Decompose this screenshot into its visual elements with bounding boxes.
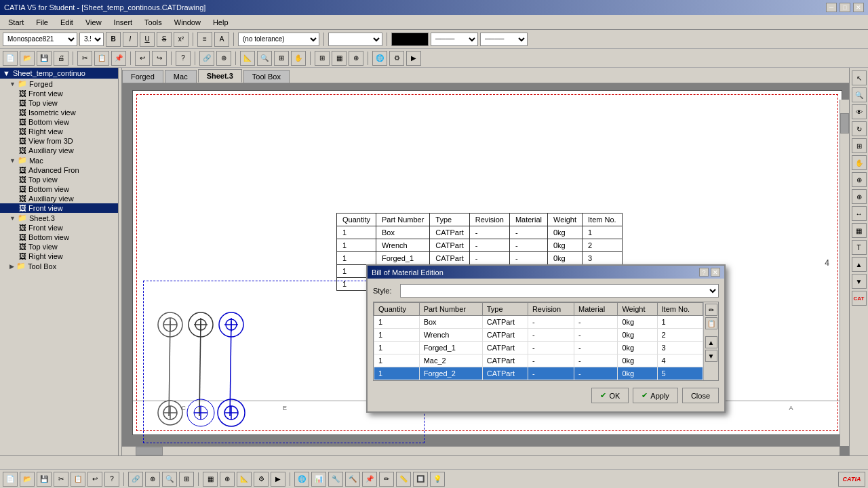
table-row[interactable]: 1 Box CATPart - - 0kg 1 [374, 316, 703, 329]
cut-button[interactable]: ✂ [77, 51, 92, 66]
bt19[interactable]: 🔧 [328, 472, 343, 487]
bt5[interactable]: 📋 [71, 472, 85, 487]
pan-button[interactable]: ✋ [291, 51, 306, 66]
tree-item-bottom-view-mac[interactable]: 🖼 Bottom view [0, 184, 118, 194]
bt13[interactable]: ⊕ [220, 472, 235, 487]
arrow-down-btn[interactable]: ▼ [852, 274, 867, 289]
settings-btn[interactable]: ⚙ [389, 51, 404, 66]
tree-item-right-view-forged[interactable]: 🖼 Right view [0, 127, 118, 136]
tree-item-top-view-sheet3[interactable]: 🖼 Top view [0, 242, 118, 251]
tree-item-forged[interactable]: ▼ 📁 Forged [0, 79, 118, 89]
bt22[interactable]: ✏ [379, 472, 394, 487]
zoom-in-btn[interactable]: 🔍 [852, 87, 867, 102]
bt25[interactable]: 💡 [430, 472, 445, 487]
bt1[interactable]: 📄 [3, 472, 18, 487]
tree-item-top-view-forged[interactable]: 🖼 Top view [0, 98, 118, 108]
bt15[interactable]: ⚙ [254, 472, 269, 487]
bt23[interactable]: 📏 [396, 472, 411, 487]
dialog-titlebar[interactable]: Bill of Material Edition ? ✕ [368, 266, 724, 279]
table-up-btn[interactable]: ▲ [705, 336, 717, 348]
arrow-up-btn[interactable]: ▲ [852, 257, 867, 272]
scrollbar-vertical[interactable] [840, 100, 849, 446]
measure-button[interactable]: 📐 [240, 51, 255, 66]
bt14[interactable]: 📐 [237, 472, 252, 487]
table-button[interactable]: ▦ [332, 51, 347, 66]
catia-brand-btn[interactable]: CATIA [838, 472, 865, 487]
catia-logo-btn[interactable]: CAT [852, 291, 867, 306]
tree-item-auxiliary-view-mac[interactable]: 🖼 Auxiliary view [0, 194, 118, 203]
dimension-btn[interactable]: ↔ [852, 206, 867, 221]
apply-button[interactable]: ✔ Apply [633, 388, 678, 403]
table-row[interactable]: 1 Wrench CATPart - - 0kg 2 [374, 329, 703, 342]
help-button[interactable]: ? [176, 51, 191, 66]
bt21[interactable]: 📌 [362, 472, 377, 487]
bt18[interactable]: 📊 [311, 472, 326, 487]
tree-item-view-from-3d[interactable]: 🖼 View from 3D [0, 136, 118, 146]
strikethrough-button[interactable]: S [157, 32, 172, 47]
bt20[interactable]: 🔨 [345, 472, 360, 487]
table-props-btn[interactable]: 📋 [705, 317, 717, 329]
text-style-button[interactable]: A [214, 32, 229, 47]
bt10[interactable]: 🔍 [162, 472, 177, 487]
print-button[interactable]: 🖨 [54, 51, 68, 66]
bt11[interactable]: ⊞ [179, 472, 194, 487]
undo-button[interactable]: ↩ [135, 51, 150, 66]
ok-button[interactable]: ✔ OK [591, 388, 629, 403]
align-left-button[interactable]: ≡ [197, 32, 212, 47]
new-button[interactable]: 📄 [3, 51, 18, 66]
menu-view[interactable]: View [80, 17, 107, 28]
bt16[interactable]: ▶ [271, 472, 285, 487]
scrollbar-thumb[interactable] [840, 113, 849, 134]
dialog-close-icon[interactable]: ✕ [711, 268, 720, 277]
tree-item-sheet3[interactable]: ▼ 📁 Sheet.3 [0, 213, 118, 223]
select-tool-btn[interactable]: ↖ [852, 70, 867, 85]
axis-right-btn[interactable]: ⊕ [852, 189, 867, 204]
text-right-btn[interactable]: T [852, 240, 867, 255]
bt8[interactable]: 🔗 [128, 472, 143, 487]
font-name-select[interactable]: Monospace821 [3, 33, 77, 46]
snap-button[interactable]: 🔗 [199, 51, 214, 66]
more-btn[interactable]: ▶ [406, 51, 421, 66]
bt6[interactable]: ↩ [87, 472, 102, 487]
tree-item-front-view-mac[interactable]: 🖼 Front view [0, 203, 118, 213]
menu-insert[interactable]: Insert [108, 17, 138, 28]
bt2[interactable]: 📂 [20, 472, 35, 487]
underline-button[interactable]: U [140, 32, 155, 47]
color-select[interactable] [391, 33, 429, 46]
italic-button[interactable]: I [123, 32, 138, 47]
table-right-btn[interactable]: ▦ [852, 223, 867, 238]
menu-help[interactable]: Help [208, 17, 234, 28]
tree-item-bottom-view-forged[interactable]: 🖼 Bottom view [0, 117, 118, 127]
scrollbar-hthumb[interactable] [136, 447, 163, 455]
tree-item-top-view-mac[interactable]: 🖼 Top view [0, 175, 118, 184]
menu-file[interactable]: File [31, 17, 54, 28]
tree-item-advanced-fron[interactable]: 🖼 Advanced Fron [0, 165, 118, 175]
line2-select[interactable]: ──── [480, 33, 528, 46]
scrollbar-horizontal[interactable] [122, 446, 840, 455]
tab-forged[interactable]: Forged [122, 70, 163, 83]
save-button[interactable]: 💾 [37, 51, 52, 66]
tree-item-right-view-sheet3[interactable]: 🖼 Right view [0, 251, 118, 261]
minimize-button[interactable]: ─ [826, 3, 837, 12]
snap2-button[interactable]: ⊕ [216, 51, 231, 66]
tree-item-front-view-forged[interactable]: 🖼 Front view [0, 89, 118, 98]
bt17[interactable]: 🌐 [294, 472, 309, 487]
bt4[interactable]: ✂ [54, 472, 68, 487]
grid-right-btn[interactable]: ⊕ [852, 172, 867, 187]
menu-window[interactable]: Window [169, 17, 206, 28]
table-down-btn[interactable]: ▼ [705, 350, 717, 362]
maximize-button[interactable]: □ [840, 3, 850, 12]
fit-all-btn[interactable]: ⊞ [852, 138, 867, 153]
bold-button[interactable]: B [106, 32, 121, 47]
view-btn[interactable]: 👁 [852, 104, 867, 119]
superscript-button[interactable]: x² [174, 32, 189, 47]
font-size-select[interactable]: 3.5 [79, 33, 104, 46]
menu-edit[interactable]: Edit [55, 17, 79, 28]
rotate-btn[interactable]: ↻ [852, 121, 867, 136]
axis-button[interactable]: ⊕ [349, 51, 363, 66]
tree-item-toolbox[interactable]: ▶ 📁 Tool Box [0, 261, 118, 271]
paste-button[interactable]: 📌 [111, 51, 126, 66]
copy-button[interactable]: 📋 [94, 51, 109, 66]
tree-item-auxiliary-view-forged[interactable]: 🖼 Auxiliary view [0, 146, 118, 155]
bt3[interactable]: 💾 [37, 472, 52, 487]
